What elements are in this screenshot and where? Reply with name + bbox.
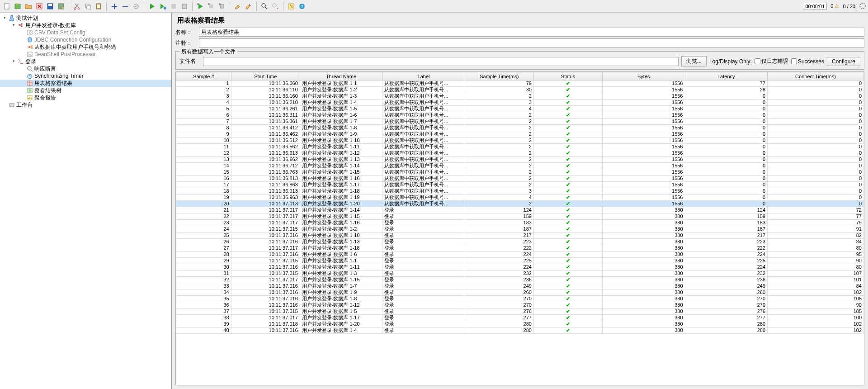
stop-button[interactable] [169,1,179,11]
tree-node[interactable]: 从数据库中获取用户手机号和密码 [0,43,171,51]
table-row[interactable]: 2910:11:37.015用户并发登录-数据库 1-1登录225✔380225… [176,258,864,264]
table-row[interactable]: 1010:11:36.512用户并发登录-数据库 1-10从数据库中获取用户手机… [176,138,864,144]
tree-expand-icon[interactable] [20,88,25,93]
table-row[interactable]: 2310:11:37.017用户并发登录-数据库 1-16登录183✔38018… [176,220,864,226]
tree-expand-icon[interactable] [20,52,25,57]
clear-button[interactable] [233,1,243,11]
configure-button[interactable]: Configure [827,57,860,66]
tree-node[interactable]: ▾登录 [0,58,171,65]
table-row[interactable]: 3010:11:37.016用户并发登录-数据库 1-11登录224✔38022… [176,264,864,270]
results-table[interactable]: Sample #Start TimeThread NameLabelSample… [176,72,864,334]
name-input[interactable] [199,28,864,37]
table-row[interactable]: 410:11:36.210用户并发登录-数据库 1-4从数据库中获取用户手机号.… [176,100,864,106]
tree-node[interactable]: 响应断言 [0,65,171,72]
column-header[interactable]: Sample Time(ms) [465,72,533,81]
errors-only-checkbox[interactable]: 仅日志错误 [755,57,788,65]
tree-expand-icon[interactable] [20,95,25,100]
copy-button[interactable] [83,1,93,11]
start-remote-button[interactable] [195,1,205,11]
save-button[interactable] [45,1,55,11]
table-row[interactable]: 710:11:36.361用户并发登录-数据库 1-7从数据库中获取用户手机号.… [176,119,864,125]
tree-node[interactable]: ▾用户并发登录-数据库 [0,22,171,29]
table-row[interactable]: 1410:11:36.712用户并发登录-数据库 1-14从数据库中获取用户手机… [176,163,864,169]
close-button[interactable] [34,1,44,11]
table-row[interactable]: 3810:11:37.017用户并发登录-数据库 1-17登录277✔38027… [176,315,864,321]
table-row[interactable]: 910:11:36.462用户并发登录-数据库 1-9从数据库中获取用户手机号.… [176,131,864,138]
tree-expand-icon[interactable] [20,44,25,50]
tree-node[interactable]: Synchronizing Timer [0,72,171,80]
table-row[interactable]: 3110:11:37.015用户并发登录-数据库 1-3登录232✔380232… [176,270,864,277]
tree-node[interactable]: 工作台 [0,101,171,109]
paste-button[interactable] [94,1,104,11]
tree-node[interactable]: CSV Data Set Config [0,29,171,36]
table-row[interactable]: 2110:11:37.017用户并发登录-数据库 1-14登录124✔38012… [176,207,864,213]
tree-expand-icon[interactable] [20,66,25,71]
table-row[interactable]: 1310:11:36.662用户并发登录-数据库 1-13从数据库中获取用户手机… [176,157,864,163]
tree-expand-icon[interactable] [2,102,7,108]
table-row[interactable]: 3410:11:37.016用户并发登录-数据库 1-9登录260✔380260… [176,289,864,296]
tree-expand-icon[interactable]: ▾ [11,23,16,28]
column-header[interactable]: Connect Time(ms) [768,72,864,81]
tree-expand-icon[interactable] [20,81,25,86]
tree-node[interactable]: 察看结果树 [0,87,171,94]
column-header[interactable]: Latency [685,72,768,81]
cut-button[interactable] [72,1,82,11]
filename-input[interactable] [203,57,679,66]
shutdown-remote-button[interactable] [217,1,227,11]
table-row[interactable]: 2210:11:37.017用户并发登录-数据库 1-15登录159✔38015… [176,213,864,220]
test-plan-tree[interactable]: ▾测试计划▾用户并发登录-数据库CSV Data Set ConfigJDBC … [0,13,172,389]
clear-all-button[interactable] [244,1,254,11]
table-row[interactable]: 810:11:36.412用户并发登录-数据库 1-8从数据库中获取用户手机号.… [176,125,864,131]
successes-checkbox[interactable]: Successes [791,58,824,65]
table-row[interactable]: 1210:11:36.613用户并发登录-数据库 1-12从数据库中获取用户手机… [176,150,864,157]
table-row[interactable]: 1510:11:36.763用户并发登录-数据库 1-15从数据库中获取用户手机… [176,169,864,176]
tree-expand-icon[interactable] [20,73,25,79]
results-table-wrapper[interactable]: Sample #Start TimeThread NameLabelSample… [175,71,864,385]
table-row[interactable]: 210:11:36.110用户并发登录-数据库 1-2从数据库中获取用户手机号.… [176,87,864,93]
tree-expand-icon[interactable] [20,30,25,35]
column-header[interactable]: Start Time [231,72,300,81]
tree-node[interactable]: ▾测试计划 [0,14,171,22]
table-row[interactable]: 3610:11:37.016用户并发登录-数据库 1-12登录270✔38027… [176,302,864,308]
reset-search-button[interactable] [270,1,280,11]
table-row[interactable]: 3210:11:37.017用户并发登录-数据库 1-15登录236✔38023… [176,277,864,283]
table-row[interactable]: 3910:11:37.018用户并发登录-数据库 1-20登录280✔38028… [176,321,864,327]
table-row[interactable]: 1610:11:36.813用户并发登录-数据库 1-16从数据库中获取用户手机… [176,176,864,182]
column-header[interactable]: Bytes [602,72,685,81]
comment-input[interactable] [199,38,864,47]
table-row[interactable]: 1810:11:36.913用户并发登录-数据库 1-18从数据库中获取用户手机… [176,188,864,194]
table-row[interactable]: 3510:11:37.016用户并发登录-数据库 1-8登录270✔380270… [176,296,864,302]
new-button[interactable] [2,1,12,11]
tree-expand-icon[interactable] [20,37,25,43]
table-row[interactable]: 2410:11:37.015用户并发登录-数据库 1-2登录187✔380187… [176,226,864,232]
tree-node[interactable]: bsBeanShell PostProcessor [0,51,171,58]
column-header[interactable]: Label [382,72,465,81]
table-row[interactable]: 2010:11:37.013用户并发登录-数据库 1-20从数据库中获取用户手机… [176,201,864,207]
table-row[interactable]: 610:11:36.311用户并发登录-数据库 1-6从数据库中获取用户手机号.… [176,112,864,119]
column-header[interactable]: Sample # [176,72,231,81]
tree-expand-icon[interactable]: ▾ [2,15,7,21]
table-row[interactable]: 1910:11:36.963用户并发登录-数据库 1-19从数据库中获取用户手机… [176,194,864,201]
table-row[interactable]: 2510:11:37.016用户并发登录-数据库 1-10登录217✔38021… [176,232,864,239]
table-row[interactable]: 3310:11:37.016用户并发登录-数据库 1-7登录249✔380249… [176,283,864,289]
table-row[interactable]: 4010:11:37.016用户并发登录-数据库 1-4登录280✔380280… [176,327,864,334]
start-no-pause-button[interactable] [158,1,168,11]
table-row[interactable]: 1110:11:36.562用户并发登录-数据库 1-11从数据库中获取用户手机… [176,144,864,150]
search-button[interactable] [259,1,269,11]
shutdown-button[interactable] [179,1,189,11]
table-row[interactable]: 2710:11:37.017用户并发登录-数据库 1-18登录222✔38022… [176,245,864,251]
table-row[interactable]: 2610:11:37.016用户并发登录-数据库 1-13登录223✔38022… [176,239,864,245]
start-button[interactable] [147,1,157,11]
templates-button[interactable] [13,1,23,11]
table-row[interactable]: 2810:11:37.016用户并发登录-数据库 1-6登录224✔380224… [176,251,864,258]
collapse-button[interactable] [120,1,130,11]
tree-node[interactable]: 用表格察看结果 [0,80,171,87]
table-row[interactable]: 310:11:36.160用户并发登录-数据库 1-3从数据库中获取用户手机号.… [176,93,864,100]
save-as-button[interactable] [56,1,66,11]
toggle-button[interactable] [131,1,141,11]
table-row[interactable]: 110:11:36.060用户并发登录-数据库 1-1从数据库中获取用户手机号.… [176,81,864,87]
stop-remote-button[interactable] [206,1,216,11]
tree-expand-icon[interactable]: ▾ [11,59,16,64]
column-header[interactable]: Status [533,72,602,81]
help-button[interactable]: ? [297,1,307,11]
